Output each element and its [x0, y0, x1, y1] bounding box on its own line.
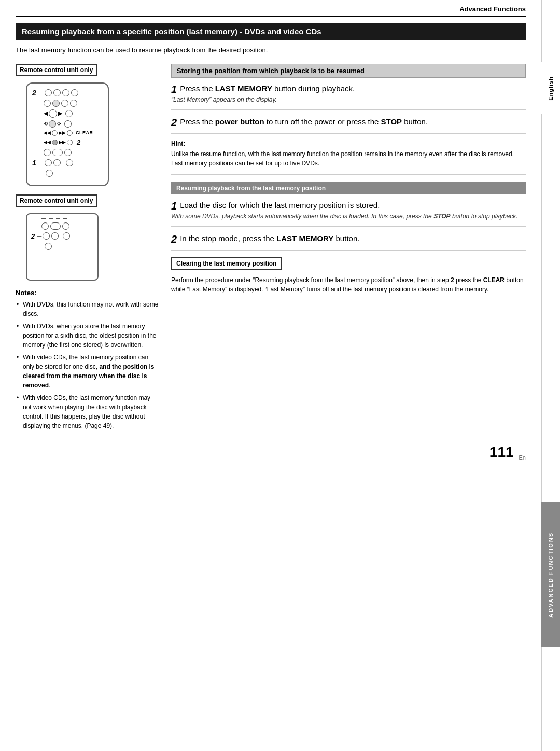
btn-circle [44, 100, 51, 107]
step2-end: button. [402, 117, 428, 126]
btn-circle [46, 170, 53, 177]
section3-header: Clearing the last memory position [171, 257, 282, 270]
step3-text: Load the disc for which the last memory … [180, 200, 526, 211]
remote-section-1: Remote control unit only 2 — [16, 64, 161, 186]
step1-text: Press the LAST MEMORY button during play… [180, 83, 526, 94]
step4-number: 2 [171, 233, 177, 245]
english-tab: English [541, 62, 560, 114]
btn-circle [45, 159, 52, 166]
note-item: With video CDs, the last memory position… [16, 353, 161, 390]
page-en: En [519, 454, 526, 461]
tick [41, 218, 46, 220]
section3-bold2: CLEAR [483, 276, 505, 284]
btn-circle [66, 159, 73, 166]
section3-text: Perform the procedure under “Resuming pl… [171, 276, 451, 284]
left-column: Remote control unit only 2 — [16, 64, 161, 434]
header-title: Advanced Functions [459, 5, 526, 13]
step1-number: 1 [171, 83, 177, 95]
remote2-label: Remote control unit only [16, 194, 97, 207]
btn-circle [51, 232, 59, 240]
step-4: 2 In the stop mode, press the LAST MEMOR… [171, 233, 526, 251]
step-3: 1 Load the disc for which the last memor… [171, 200, 526, 227]
step2-mid: to turn off the power or press the [264, 117, 381, 126]
right-column: Storing the position from which playback… [171, 64, 526, 434]
english-label: English [548, 76, 554, 101]
remote-diagram-2: 2 — [26, 213, 99, 281]
tick [56, 218, 60, 220]
step4-suffix: button. [333, 234, 359, 243]
btn-circle-sm [52, 140, 58, 145]
label-2: 2 [32, 89, 36, 97]
advanced-functions-label: ADVANCED FUNCTIONS [548, 532, 554, 618]
btn-circle [63, 232, 70, 240]
label-2-small: 2 [31, 232, 35, 240]
section3-text2: press the [454, 276, 483, 284]
step-1: 1 Press the LAST MEMORY button during pl… [171, 83, 526, 110]
step-2: 2 Press the power button to turn off the… [171, 116, 526, 134]
btn-circle [43, 232, 50, 240]
hint-box: Hint: Unlike the resume function, with t… [171, 140, 526, 175]
btn-circle [64, 149, 72, 156]
btn-circle-sm [67, 140, 73, 145]
step3-number: 1 [171, 200, 177, 212]
page-number-display: 111 [489, 444, 514, 461]
notes-section: Notes: With DVDs, this function may not … [16, 289, 161, 430]
step2-bold1: power button [215, 117, 264, 126]
btn-circle-sm [67, 130, 73, 136]
step4-bold: LAST MEMORY [276, 234, 333, 243]
note-item: With DVDs, when you store the last memor… [16, 322, 161, 350]
btn-circle [61, 100, 68, 107]
note-item: With DVDs, this function may not work wi… [16, 300, 161, 318]
two-col-layout: Remote control unit only 2 — [16, 64, 526, 434]
step1-sub: “Last Memory” appears on the display. [171, 96, 526, 103]
step4-prefix: In the stop mode, press the [180, 234, 276, 243]
remote1-label: Remote control unit only [16, 64, 97, 76]
btn-circle [45, 243, 52, 250]
btn-circle [64, 120, 72, 128]
step1-text-prefix: Press the [180, 84, 215, 93]
btn-circle [44, 149, 51, 156]
step3-sub-text: With some DVDs, playback starts automati… [171, 213, 433, 220]
btn-circle [71, 89, 78, 96]
notes-list: With DVDs, this function may not work wi… [16, 300, 161, 430]
btn-circle [41, 222, 49, 230]
tick [63, 218, 67, 220]
step3-sub-text2: button to stop playback. [451, 213, 518, 220]
step3-sub-bold: STOP [433, 213, 450, 220]
hint-text: Unlike the resume function, with the las… [171, 149, 526, 168]
page-title: Resuming playback from a specific positi… [16, 23, 526, 40]
notes-title: Notes: [16, 289, 161, 297]
section1-header: Storing the position from which playback… [171, 64, 526, 78]
label-1: 1 [32, 159, 36, 167]
tick [49, 218, 53, 220]
step2-text: Press the power button to turn off the p… [180, 116, 526, 127]
page-container: English ADVANCED FUNCTIONS Advanced Func… [0, 0, 560, 751]
intro-text: The last memory function can be used to … [16, 45, 526, 55]
page-number-row: 111 En [16, 444, 526, 461]
step2-bold2: STOP [381, 117, 402, 126]
step1-text-suffix: button during playback. [272, 84, 355, 93]
step1-bold: LAST MEMORY [215, 84, 272, 93]
side-tab: English ADVANCED FUNCTIONS [541, 0, 560, 751]
btn-circle [65, 110, 73, 117]
btn-circle [53, 159, 61, 166]
clear-label: CLEAR [76, 130, 93, 135]
remote-section-2: Remote control unit only [16, 194, 161, 281]
section3-body: Perform the procedure under “Resuming pl… [171, 275, 526, 294]
section2-header: Resuming playback from the last memory p… [171, 182, 526, 194]
remote-diagram-1: 2 — [26, 82, 109, 186]
btn-circle [62, 222, 69, 230]
btn-circle [70, 100, 77, 107]
btn-circle [53, 89, 61, 96]
step2-prefix: Press the [180, 117, 215, 126]
step3-sub: With some DVDs, playback starts automati… [171, 213, 526, 220]
page-header: Advanced Functions [16, 0, 526, 17]
step4-text: In the stop mode, press the LAST MEMORY … [180, 233, 526, 244]
hint-title: Hint: [171, 140, 526, 147]
btn-circle-sm [52, 130, 58, 136]
section3-bold1: 2 [451, 276, 454, 284]
advanced-functions-tab: ADVANCED FUNCTIONS [541, 502, 560, 647]
note-item: With video CDs, the last memory function… [16, 393, 161, 430]
btn-circle [62, 89, 69, 96]
btn-circle [45, 89, 52, 96]
